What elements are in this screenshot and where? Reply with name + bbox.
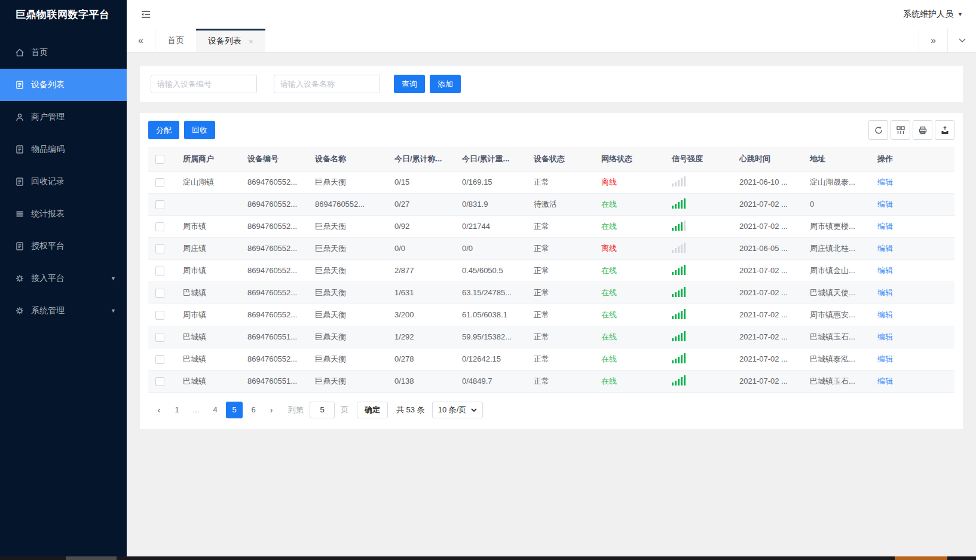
network-status: 在线 bbox=[601, 332, 617, 341]
pagination: ‹ 1 ... 4 5 6 › 到第 页 确定 共 53 条 10 条/页 bbox=[148, 393, 954, 422]
search-panel: 查询 添加 bbox=[140, 66, 963, 102]
page-number[interactable]: 6 bbox=[245, 402, 262, 418]
signal-strength-icon bbox=[672, 308, 686, 319]
chevron-down-icon: ▼ bbox=[111, 308, 116, 314]
page-size-select[interactable]: 10 条/页 bbox=[432, 402, 484, 418]
tabs-scroll-left-icon[interactable]: « bbox=[127, 29, 155, 52]
add-button[interactable]: 添加 bbox=[430, 75, 461, 93]
sidebar-item-authorize[interactable]: 授权平台 bbox=[0, 230, 127, 262]
cell-today-weight: 63.15/24785... bbox=[455, 281, 527, 304]
device-name-input[interactable] bbox=[274, 75, 380, 93]
edit-link[interactable]: 编辑 bbox=[877, 332, 893, 341]
cell-heartbeat: 2021-06-10 ... bbox=[732, 171, 803, 193]
query-button[interactable]: 查询 bbox=[394, 75, 425, 93]
col-action: 操作 bbox=[870, 147, 954, 171]
goto-page-label: 到第 bbox=[288, 405, 304, 415]
table-row: 周市镇 8694760552... 巨鼎天衡 3/200 61.05/6038.… bbox=[148, 304, 954, 326]
cell-today-weight: 0/4849.7 bbox=[455, 370, 527, 392]
tab-device-list[interactable]: 设备列表 × bbox=[196, 29, 265, 52]
table-row: 周市镇 8694760552... 巨鼎天衡 2/877 0.45/6050.5… bbox=[148, 259, 954, 281]
export-icon[interactable] bbox=[935, 120, 954, 140]
cell-heartbeat: 2021-07-02 ... bbox=[732, 281, 803, 304]
app-title: 巨鼎物联网数字平台 bbox=[0, 0, 127, 29]
cell-device-no: 8694760552... bbox=[240, 193, 308, 215]
cell-merchant: 巴城镇 bbox=[176, 281, 240, 304]
edit-link[interactable]: 编辑 bbox=[877, 244, 893, 253]
tab-home[interactable]: 首页 bbox=[155, 29, 196, 52]
edit-link[interactable]: 编辑 bbox=[877, 288, 893, 297]
row-checkbox[interactable] bbox=[155, 333, 164, 342]
row-checkbox[interactable] bbox=[155, 244, 164, 253]
cell-heartbeat: 2021-07-02 ... bbox=[732, 326, 803, 348]
recycle-button[interactable]: 回收 bbox=[184, 121, 215, 139]
row-checkbox[interactable] bbox=[155, 377, 164, 386]
sidebar-item-recycle-record[interactable]: 回收记录 bbox=[0, 166, 127, 198]
cell-merchant: 淀山湖镇 bbox=[176, 171, 240, 193]
edit-link[interactable]: 编辑 bbox=[877, 310, 893, 319]
sidebar-item-label: 首页 bbox=[31, 47, 48, 58]
sidebar-menu: 首页 设备列表 商户管理 物品编码 回收记录 bbox=[0, 36, 127, 327]
cell-today-weight: 0/831.9 bbox=[455, 193, 527, 215]
prev-page-icon[interactable]: ‹ bbox=[151, 402, 167, 418]
sidebar-item-label: 回收记录 bbox=[31, 176, 65, 187]
col-address: 地址 bbox=[803, 147, 870, 171]
print-icon[interactable] bbox=[913, 120, 932, 140]
page-number[interactable]: 4 bbox=[207, 402, 224, 418]
page-content: 查询 添加 分配 回收 bbox=[127, 53, 976, 560]
assign-button[interactable]: 分配 bbox=[148, 121, 179, 139]
edit-link[interactable]: 编辑 bbox=[877, 266, 893, 275]
cell-address: 周市镇金山... bbox=[803, 259, 870, 281]
edit-link[interactable]: 编辑 bbox=[877, 377, 893, 385]
columns-icon[interactable] bbox=[891, 120, 910, 140]
menu-fold-icon[interactable] bbox=[140, 10, 152, 19]
device-no-input[interactable] bbox=[151, 75, 257, 93]
sidebar-item-report[interactable]: 统计报表 bbox=[0, 198, 127, 230]
cell-address: 巴城镇天使... bbox=[803, 281, 870, 304]
sidebar-item-merchant[interactable]: 商户管理 bbox=[0, 101, 127, 133]
page-number[interactable]: 1 bbox=[169, 402, 185, 418]
network-status: 在线 bbox=[601, 222, 617, 231]
edit-link[interactable]: 编辑 bbox=[877, 200, 893, 209]
cell-today-count: 1/292 bbox=[387, 326, 455, 348]
signal-strength-icon bbox=[672, 286, 686, 297]
cell-device-no: 8694760552... bbox=[240, 237, 308, 259]
edit-link[interactable]: 编辑 bbox=[877, 178, 893, 186]
close-icon[interactable]: × bbox=[249, 37, 253, 46]
confirm-button[interactable]: 确定 bbox=[357, 402, 388, 418]
sidebar-item-home[interactable]: 首页 bbox=[0, 36, 127, 69]
sidebar-item-device-list[interactable]: 设备列表 bbox=[0, 69, 127, 101]
cell-device-name: 巨鼎天衡 bbox=[308, 215, 387, 237]
refresh-icon[interactable] bbox=[868, 120, 888, 140]
goto-page-input[interactable] bbox=[310, 402, 335, 418]
sidebar-item-access-platform[interactable]: 接入平台 ▼ bbox=[0, 262, 127, 295]
row-checkbox[interactable] bbox=[155, 178, 164, 187]
col-device-status: 设备状态 bbox=[527, 147, 594, 171]
row-checkbox[interactable] bbox=[155, 311, 164, 320]
sidebar-item-item-code[interactable]: 物品编码 bbox=[0, 133, 127, 166]
cell-device-status: 正常 bbox=[527, 237, 594, 259]
edit-link[interactable]: 编辑 bbox=[877, 222, 893, 231]
select-all-checkbox[interactable] bbox=[155, 155, 164, 164]
signal-strength-icon bbox=[672, 353, 686, 363]
row-checkbox[interactable] bbox=[155, 222, 164, 231]
row-checkbox[interactable] bbox=[155, 289, 164, 298]
network-status: 在线 bbox=[601, 310, 617, 319]
user-menu[interactable]: 系统维护人员 ▼ bbox=[903, 9, 963, 20]
table-row: 淀山湖镇 8694760552... 巨鼎天衡 0/15 0/169.15 正常… bbox=[148, 171, 954, 193]
row-checkbox[interactable] bbox=[155, 267, 164, 276]
row-checkbox[interactable] bbox=[155, 200, 164, 209]
cell-heartbeat: 2021-07-02 ... bbox=[732, 259, 803, 281]
sidebar-item-system-management[interactable]: 系统管理 ▼ bbox=[0, 295, 127, 327]
next-page-icon[interactable]: › bbox=[263, 402, 280, 418]
row-checkbox[interactable] bbox=[155, 355, 164, 364]
table-toolbar: 分配 回收 bbox=[148, 120, 954, 140]
edit-link[interactable]: 编辑 bbox=[877, 354, 893, 363]
table-row: 8694760552... 8694760552... 0/27 0/831.9… bbox=[148, 193, 954, 215]
page-number[interactable]: 5 bbox=[226, 402, 243, 418]
tabs-more-icon[interactable] bbox=[947, 29, 976, 52]
main-area: 系统维护人员 ▼ « 首页 设备列表 × » 查询 添加 分配 bbox=[127, 0, 976, 560]
sidebar: 巨鼎物联网数字平台 首页 设备列表 商户管理 物品编码 bbox=[0, 0, 127, 560]
tabs-scroll-right-icon[interactable]: » bbox=[919, 29, 947, 52]
signal-strength-icon bbox=[672, 176, 686, 186]
col-network-status: 网络状态 bbox=[594, 147, 665, 171]
